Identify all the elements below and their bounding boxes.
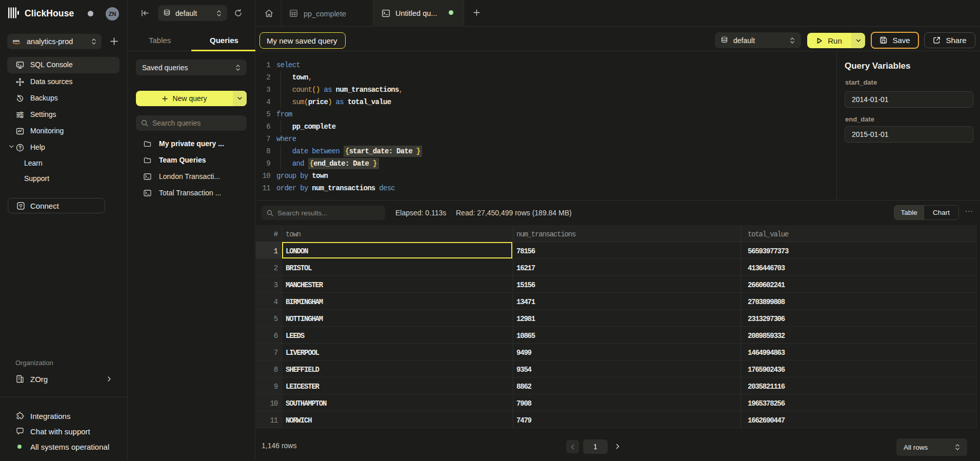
svg-text:aws: aws xyxy=(13,39,19,43)
